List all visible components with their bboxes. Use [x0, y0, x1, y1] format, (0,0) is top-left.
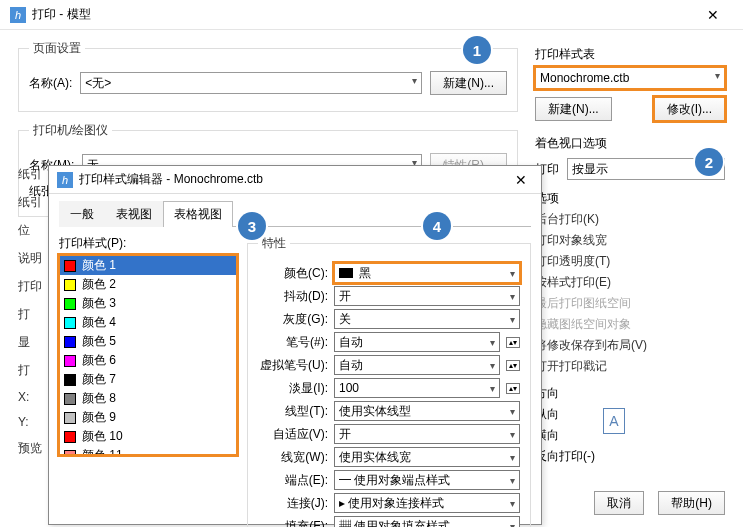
color-swatch	[64, 374, 76, 386]
left-fragment: 位	[18, 222, 46, 239]
property-select[interactable]: ▦ 使用对象填充样式	[334, 516, 520, 527]
spinner-icon[interactable]: ▴▾	[506, 360, 520, 371]
style-name: 颜色 10	[82, 428, 123, 445]
spinner-icon[interactable]: ▴▾	[506, 337, 520, 348]
styles-listbox[interactable]: 颜色 1颜色 2颜色 3颜色 4颜色 5颜色 6颜色 7颜色 8颜色 9颜色 1…	[59, 255, 237, 455]
property-label: 抖动(D):	[258, 288, 328, 305]
option-item[interactable]: 最后打印图纸空间	[535, 295, 725, 312]
cancel-button[interactable]: 取消	[594, 491, 644, 515]
property-select[interactable]: 关	[334, 309, 520, 329]
styletable-select[interactable]: Monochrome.ctb	[535, 67, 725, 89]
styletable-modify-button[interactable]: 修改(I)...	[654, 97, 725, 121]
style-row[interactable]: 颜色 6	[60, 351, 236, 370]
styletable-new-button[interactable]: 新建(N)...	[535, 97, 612, 121]
app-icon: h	[10, 7, 26, 23]
window-title: 打印 - 模型	[32, 6, 693, 23]
property-select[interactable]: 自动	[334, 355, 500, 375]
property-label: 颜色(C):	[258, 265, 328, 282]
option-item[interactable]: 按样式打印(E)	[535, 274, 725, 291]
left-fragment: Y:	[18, 415, 46, 429]
color-swatch	[64, 412, 76, 424]
property-select[interactable]: 开	[334, 424, 520, 444]
close-icon[interactable]: ✕	[693, 7, 733, 23]
color-swatch	[64, 298, 76, 310]
left-fragment: 打	[18, 362, 46, 379]
property-row: 连接(J):▸ 使用对象连接样式	[258, 493, 520, 513]
left-fragment: 打	[18, 306, 46, 323]
style-name: 颜色 2	[82, 276, 116, 293]
color-swatch	[64, 279, 76, 291]
styletable-legend: 打印样式表	[535, 46, 725, 63]
style-row[interactable]: 颜色 5	[60, 332, 236, 351]
pagesetup-new-button[interactable]: 新建(N)...	[430, 71, 507, 95]
property-select[interactable]: 使用实体线宽	[334, 447, 520, 467]
editor-tab[interactable]: 表视图	[105, 201, 163, 227]
property-row: 自适应(V):开	[258, 424, 520, 444]
color-swatch	[64, 431, 76, 443]
help-button[interactable]: 帮助(H)	[658, 491, 725, 515]
option-item[interactable]: 打印对象线宽	[535, 232, 725, 249]
property-select[interactable]: 开	[334, 286, 520, 306]
option-item[interactable]: 将修改保存到布局(V)	[535, 337, 725, 354]
style-row[interactable]: 颜色 11	[60, 446, 236, 455]
property-row: 淡显(I):100▴▾	[258, 378, 520, 398]
color-swatch	[64, 355, 76, 367]
property-row: 虚拟笔号(U):自动▴▾	[258, 355, 520, 375]
style-name: 颜色 4	[82, 314, 116, 331]
property-value: 开	[339, 426, 351, 443]
property-value: ━ 使用对象端点样式	[339, 472, 450, 489]
style-row[interactable]: 颜色 4	[60, 313, 236, 332]
left-fragment: X:	[18, 390, 46, 404]
style-name: 颜色 8	[82, 390, 116, 407]
style-name: 颜色 6	[82, 352, 116, 369]
editor-tab[interactable]: 表格视图	[163, 201, 233, 227]
color-swatch	[64, 336, 76, 348]
style-name: 颜色 11	[82, 447, 123, 455]
property-row: 线型(T):使用实体线型	[258, 401, 520, 421]
style-row[interactable]: 颜色 8	[60, 389, 236, 408]
style-row[interactable]: 颜色 9	[60, 408, 236, 427]
property-label: 虚拟笔号(U):	[258, 357, 328, 374]
property-label: 线型(T):	[258, 403, 328, 420]
orientation-portrait[interactable]: 纵向	[535, 406, 595, 423]
style-name: 颜色 9	[82, 409, 116, 426]
style-editor-dialog: h 打印样式编辑器 - Monochrome.ctb ✕ 一般表视图表格视图 打…	[48, 165, 542, 525]
property-value: 黑	[359, 265, 371, 282]
style-row[interactable]: 颜色 2	[60, 275, 236, 294]
property-select[interactable]: 使用实体线型	[334, 401, 520, 421]
style-row[interactable]: 颜色 3	[60, 294, 236, 313]
style-row[interactable]: 颜色 10	[60, 427, 236, 446]
property-select[interactable]: ▸ 使用对象连接样式	[334, 493, 520, 513]
option-item[interactable]: 打开打印戳记	[535, 358, 725, 375]
property-label: 端点(E):	[258, 472, 328, 489]
badge-4: 4	[423, 212, 451, 240]
style-row[interactable]: 颜色 1	[60, 256, 236, 275]
style-row[interactable]: 颜色 7	[60, 370, 236, 389]
orientation-reverse[interactable]: 反向打印(-)	[535, 448, 595, 465]
orientation-landscape[interactable]: 横向	[535, 427, 595, 444]
editor-close-icon[interactable]: ✕	[509, 172, 533, 188]
property-value: 自动	[339, 334, 363, 351]
color-swatch	[64, 393, 76, 405]
left-fragment: 说明	[18, 250, 46, 267]
property-value: 关	[339, 311, 351, 328]
editor-tab[interactable]: 一般	[59, 201, 105, 227]
option-item[interactable]: 打印透明度(T)	[535, 253, 725, 270]
option-item[interactable]: 隐藏图纸空间对象	[535, 316, 725, 333]
editor-title: 打印样式编辑器 - Monochrome.ctb	[79, 171, 509, 188]
property-select[interactable]: 100	[334, 378, 500, 398]
property-select[interactable]: 黑	[334, 263, 520, 283]
pagename-select[interactable]: <无>	[80, 72, 422, 94]
left-fragment: 纸引	[18, 194, 46, 211]
badge-3: 3	[238, 212, 266, 240]
orientation-legend: 方向	[535, 385, 725, 402]
property-row: 填充(F):▦ 使用对象填充样式	[258, 516, 520, 527]
badge-1: 1	[463, 36, 491, 64]
style-name: 颜色 5	[82, 333, 116, 350]
printer-legend: 打印机/绘图仪	[29, 122, 112, 139]
option-item[interactable]: 后台打印(K)	[535, 211, 725, 228]
property-select[interactable]: ━ 使用对象端点样式	[334, 470, 520, 490]
property-value: 100	[339, 381, 359, 395]
spinner-icon[interactable]: ▴▾	[506, 383, 520, 394]
property-select[interactable]: 自动	[334, 332, 500, 352]
